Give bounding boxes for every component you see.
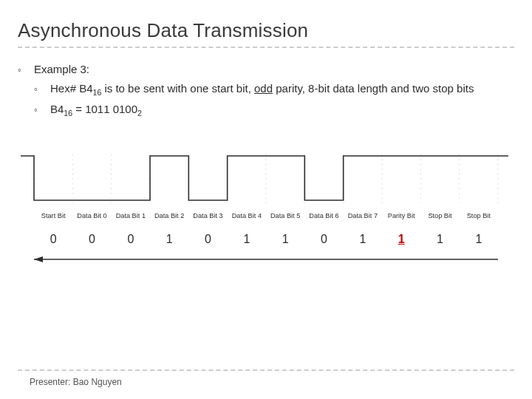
text-frag: is to be sent with one start bit,	[101, 82, 254, 95]
bit-value: 0	[50, 233, 57, 246]
bullet-text: Hex# B416 is to be sent with one start b…	[50, 81, 474, 98]
text-frag: = 1011 0100	[72, 103, 137, 115]
bullet-example: ｡ Example 3:	[18, 61, 514, 78]
title-divider	[18, 47, 514, 48]
arrow-svg	[18, 255, 514, 264]
bit-label: Stop Bit	[467, 212, 491, 219]
parity-bit-value: 1	[398, 233, 405, 246]
waveform	[18, 151, 514, 208]
indent	[18, 81, 34, 98]
bit-labels-row: Start BitData Bit 0Data Bit 1Data Bit 2D…	[18, 212, 514, 227]
bit-value: 0	[89, 233, 95, 246]
bullet-text: B416 = 1011 01002	[50, 101, 142, 119]
waveform-svg	[18, 151, 514, 208]
bit-label: Data Bit 3	[193, 212, 222, 219]
subscript: 16	[64, 109, 72, 117]
bit-label: Parity Bit	[388, 212, 415, 219]
bit-label: Data Bit 5	[270, 212, 300, 219]
bit-label: Start Bit	[41, 212, 66, 219]
bit-values-row: 000101101111	[18, 233, 514, 248]
footer: Presenter: Bao Nguyen	[0, 369, 532, 387]
bit-value: 1	[243, 233, 250, 246]
footer-divider	[18, 369, 514, 371]
bullet-binary: ｡ B416 = 1011 01002	[18, 101, 514, 119]
bit-value: 1	[437, 233, 443, 246]
page-title: Asynchronous Data Transmission	[18, 19, 514, 42]
bit-label: Data Bit 1	[116, 212, 146, 219]
bit-label: Data Bit 6	[309, 212, 338, 219]
bit-value: 1	[359, 233, 366, 246]
bullet-glyph: ｡	[34, 101, 50, 119]
bullet-glyph: ｡	[18, 61, 34, 78]
presenter-label: Presenter: Bao Nguyen	[30, 377, 514, 387]
bit-value: 1	[475, 233, 482, 246]
subscript: 2	[137, 109, 142, 117]
bullet-glyph: ｡	[34, 81, 50, 98]
bit-value: 0	[127, 233, 134, 246]
subscript: 16	[93, 88, 102, 97]
indent	[18, 101, 34, 119]
svg-marker-14	[34, 256, 43, 262]
bit-value: 1	[166, 233, 173, 246]
bit-label: Stop Bit	[428, 212, 451, 219]
text-frag: Hex# B4	[50, 82, 93, 95]
odd-underline: odd	[254, 82, 273, 95]
text-frag: B4	[50, 103, 64, 115]
bit-label: Data Bit 4	[232, 212, 262, 219]
text-frag: parity, 8-bit data length and two stop b…	[273, 82, 474, 95]
bit-value: 1	[282, 233, 289, 246]
bullet-hex-desc: ｡ Hex# B416 is to be sent with one start…	[18, 81, 514, 98]
bit-value: 0	[321, 233, 327, 246]
bit-value: 0	[205, 233, 211, 246]
bit-label: Data Bit 2	[154, 212, 184, 219]
bullet-text: Example 3:	[34, 61, 89, 78]
slide: Asynchronous Data Transmission ｡ Example…	[0, 0, 532, 399]
bit-label: Data Bit 7	[348, 212, 378, 219]
content-block: ｡ Example 3: ｡ Hex# B416 is to be sent w…	[18, 61, 514, 119]
timing-diagram: Start BitData Bit 0Data Bit 1Data Bit 2D…	[18, 151, 514, 277]
bit-label: Data Bit 0	[77, 212, 106, 219]
direction-arrow	[18, 255, 514, 264]
